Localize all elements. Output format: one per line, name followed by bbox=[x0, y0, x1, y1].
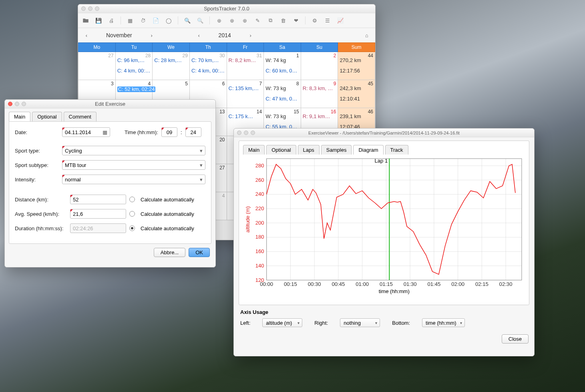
open-icon[interactable] bbox=[82, 17, 89, 24]
time-hour-field[interactable] bbox=[161, 127, 177, 137]
sport-type-select[interactable]: Cycling▾ bbox=[62, 146, 205, 155]
distance-field[interactable] bbox=[70, 195, 126, 204]
tab-track[interactable]: Track bbox=[385, 145, 408, 155]
duration-auto-radio[interactable] bbox=[129, 225, 135, 231]
right-axis-select[interactable]: nothing bbox=[340, 318, 380, 327]
close-icon[interactable] bbox=[81, 6, 86, 11]
tab-samples[interactable]: Samples bbox=[321, 145, 352, 155]
calendar-entry[interactable]: W: 73 kg bbox=[265, 86, 296, 91]
calendar-cell[interactable]: 28C: 96 km, 03:56C: 4 km, 00:15 bbox=[115, 52, 153, 80]
calendar-cell[interactable]: 2 bbox=[301, 52, 338, 80]
calendar-entry[interactable]: C: 52 km, 02:24 bbox=[117, 86, 156, 92]
prev-month-icon[interactable]: ‹ bbox=[83, 32, 90, 39]
minimize-icon[interactable] bbox=[15, 102, 19, 106]
calendar-entry[interactable]: C: 4 km, 00:15 bbox=[191, 68, 225, 74]
note-icon[interactable]: 📄 bbox=[152, 17, 159, 24]
calendar-entry[interactable]: C: 96 km, 03:56 bbox=[117, 58, 145, 63]
calendar-entry[interactable]: R: 8,2 km, 01:04 bbox=[229, 58, 257, 63]
zoom-icon[interactable] bbox=[251, 131, 255, 135]
tab-main[interactable]: Main bbox=[9, 112, 30, 121]
minimize-icon[interactable] bbox=[244, 131, 248, 135]
zoom-in-icon[interactable]: 🔍 bbox=[184, 17, 191, 24]
zoom-out-icon[interactable]: 🔍 bbox=[197, 17, 204, 24]
titlebar: Edit Exercise bbox=[5, 100, 215, 109]
prev-year-icon[interactable]: ‹ bbox=[195, 32, 203, 39]
tab-laps[interactable]: Laps bbox=[298, 145, 320, 155]
calendar-entry[interactable]: C: 47 km, 02:17 bbox=[265, 96, 299, 102]
distance-auto-radio[interactable] bbox=[129, 197, 135, 202]
left-axis-select[interactable]: altitude (m) bbox=[262, 318, 302, 327]
calendar-entry[interactable]: R: 8,3 km, 00:59 bbox=[303, 86, 334, 91]
month-label: November bbox=[106, 32, 132, 38]
close-icon[interactable] bbox=[237, 131, 241, 135]
add-note-icon[interactable]: ⊕ bbox=[228, 17, 235, 24]
tab-main[interactable]: Main bbox=[243, 145, 265, 155]
time-min-field[interactable] bbox=[185, 127, 201, 137]
zoom-icon[interactable] bbox=[95, 6, 99, 11]
weight-icon[interactable]: ◯ bbox=[165, 17, 172, 24]
add-exercise-icon[interactable]: ⊕ bbox=[215, 17, 223, 24]
calendar-cell[interactable]: 29C: 28 km, 01:36 bbox=[153, 52, 190, 80]
close-icon[interactable] bbox=[8, 102, 12, 106]
calendar-cell[interactable]: 31R: 8,2 km, 01:04 bbox=[227, 52, 264, 80]
ok-button[interactable]: OK bbox=[189, 248, 210, 257]
abort-button[interactable]: Abbre... bbox=[154, 248, 186, 257]
window-title: SportsTracker 7.0.0 bbox=[204, 6, 249, 12]
print-icon[interactable]: 🖨 bbox=[108, 17, 115, 24]
next-year-icon[interactable]: › bbox=[247, 32, 254, 39]
save-icon[interactable]: 💾 bbox=[95, 17, 102, 24]
minimize-icon[interactable] bbox=[88, 6, 92, 11]
calendar-cell[interactable]: 1W: 74 kgC: 60 km, 02:24 bbox=[264, 52, 301, 80]
stopwatch-icon[interactable]: ⏱ bbox=[139, 17, 147, 24]
tab-comment[interactable]: Comment bbox=[64, 112, 96, 121]
home-icon[interactable]: ⌂ bbox=[363, 32, 370, 39]
tab-optional[interactable]: Optional bbox=[32, 112, 62, 121]
svg-text:00:15: 00:15 bbox=[284, 281, 297, 287]
filter-icon[interactable]: ☰ bbox=[324, 17, 331, 24]
calendar-cell[interactable]: 8W: 73 kgC: 47 km, 02:17 bbox=[264, 80, 301, 108]
cal-header: We bbox=[153, 43, 190, 52]
stats-icon[interactable]: 📈 bbox=[337, 17, 344, 24]
calendar-entry[interactable]: R: 9,1 km, 01:00 bbox=[303, 114, 331, 119]
calendar-cell[interactable]: 7C: 135 km, 06:… bbox=[227, 80, 264, 108]
close-button[interactable]: Close bbox=[502, 334, 529, 344]
calendar-cell[interactable]: 9R: 8,3 km, 00:59 bbox=[301, 80, 338, 108]
intensity-label: Intensity: bbox=[15, 177, 59, 183]
calendar-entry[interactable]: C: 135 km, 06:… bbox=[229, 86, 259, 91]
add-weight-icon[interactable]: ⊕ bbox=[241, 17, 248, 24]
copy-icon[interactable]: ⧉ bbox=[267, 17, 274, 24]
next-month-icon[interactable]: › bbox=[148, 32, 155, 39]
tab-optional[interactable]: Optional bbox=[266, 145, 296, 155]
speed-field[interactable] bbox=[70, 209, 126, 219]
svg-text:01:00: 01:00 bbox=[356, 281, 369, 287]
tab-panel: Date: ▦ Time (hh:mm): : Sport type: Cycl… bbox=[9, 121, 211, 244]
calendar-entry[interactable]: C: 175 km, 06:… bbox=[229, 114, 257, 119]
calendar-entry[interactable]: C: 70 km, 02:47 bbox=[191, 58, 219, 63]
calendar-entry[interactable]: C: 4 km, 00:15 bbox=[117, 68, 151, 74]
cal-header: Th bbox=[189, 43, 227, 52]
calendar-cell[interactable]: 30C: 70 km, 02:47C: 4 km, 00:15 bbox=[189, 52, 227, 80]
calendar-entry[interactable]: W: 74 kg bbox=[265, 58, 296, 63]
tab-diagram[interactable]: Diagram bbox=[353, 145, 383, 155]
edit-icon[interactable]: ✎ bbox=[254, 17, 261, 24]
svg-text:00:00: 00:00 bbox=[260, 281, 273, 287]
bottom-axis-select[interactable]: time (hh:mm) bbox=[422, 318, 465, 327]
duration-label: Duration (hh:mm:ss): bbox=[15, 225, 67, 231]
hrm-icon[interactable]: ❤ bbox=[292, 17, 300, 24]
intensity-select[interactable]: normal▾ bbox=[62, 175, 205, 184]
calendar-cell[interactable]: 27 bbox=[78, 52, 116, 80]
settings-icon[interactable]: ⚙ bbox=[311, 17, 318, 24]
svg-text:180: 180 bbox=[255, 234, 264, 240]
calendar-icon[interactable]: ▦ bbox=[127, 17, 134, 24]
calendar-entry[interactable]: W: 73 kg bbox=[265, 114, 294, 119]
speed-auto-radio[interactable] bbox=[129, 211, 135, 217]
delete-icon[interactable]: 🗑 bbox=[279, 17, 287, 24]
sport-subtype-select[interactable]: MTB tour▾ bbox=[62, 160, 205, 170]
date-field[interactable]: ▦ bbox=[62, 127, 110, 137]
svg-text:time (hh:mm): time (hh:mm) bbox=[379, 288, 410, 294]
duration-auto-label: Calculate automatically bbox=[141, 225, 194, 231]
zoom-icon[interactable] bbox=[22, 102, 26, 106]
calendar-entry[interactable]: C: 28 km, 01:36 bbox=[154, 58, 182, 63]
calendar-entry[interactable]: C: 60 km, 02:24 bbox=[265, 68, 299, 74]
week-summary: 44270,2 km12:17:56 bbox=[338, 52, 375, 80]
